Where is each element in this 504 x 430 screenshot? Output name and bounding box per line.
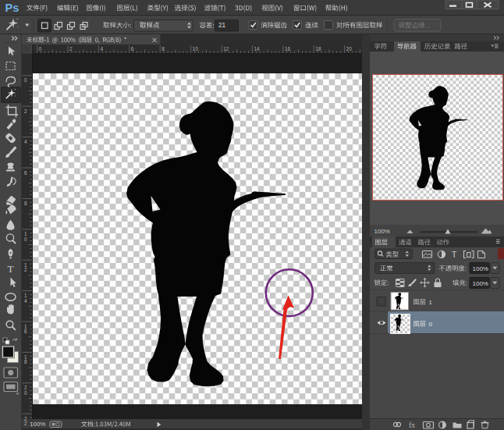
svg-text:21: 21 [218, 22, 226, 29]
svg-text:Ps: Ps [5, 2, 20, 14]
svg-text:4: 4 [24, 298, 27, 304]
svg-text:4: 4 [100, 46, 103, 52]
svg-text:4: 4 [24, 139, 27, 144]
svg-text:0: 0 [429, 321, 433, 328]
svg-text:8: 8 [24, 201, 27, 206]
svg-text:10: 10 [193, 46, 199, 52]
svg-text:2: 2 [69, 46, 73, 52]
svg-text:2: 2 [24, 108, 27, 114]
svg-text:100%: 100% [30, 421, 45, 428]
svg-text:100%: 100% [473, 265, 488, 272]
svg-text:0: 0 [24, 236, 27, 242]
svg-text:100%: 100% [374, 228, 390, 235]
svg-text:6: 6 [131, 46, 134, 52]
svg-text:6: 6 [24, 170, 27, 176]
svg-text:12: 12 [223, 46, 229, 52]
svg-text:fx: fx [409, 421, 415, 429]
svg-text:2: 2 [24, 421, 27, 426]
svg-text:100%: 100% [473, 280, 488, 287]
svg-text:0: 0 [24, 390, 27, 396]
svg-text:8: 8 [161, 46, 165, 52]
svg-text:6: 6 [24, 329, 27, 334]
svg-text:0: 0 [24, 77, 27, 83]
svg-text:8: 8 [24, 359, 27, 364]
svg-text:20: 20 [346, 46, 353, 52]
svg-text:T: T [452, 250, 457, 259]
svg-text:2: 2 [24, 267, 27, 272]
svg-text:1: 1 [429, 299, 433, 306]
svg-text:T: T [8, 263, 14, 275]
svg-text:16: 16 [285, 46, 291, 52]
svg-text:0: 0 [39, 46, 42, 52]
svg-text:18: 18 [315, 46, 321, 52]
svg-text:14: 14 [254, 46, 260, 52]
